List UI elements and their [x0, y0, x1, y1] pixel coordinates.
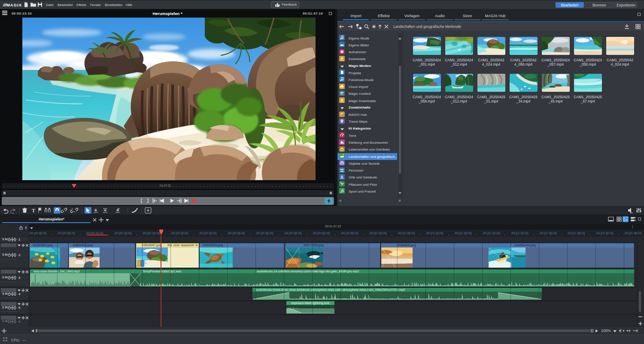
svg-text:T: T	[32, 208, 35, 214]
